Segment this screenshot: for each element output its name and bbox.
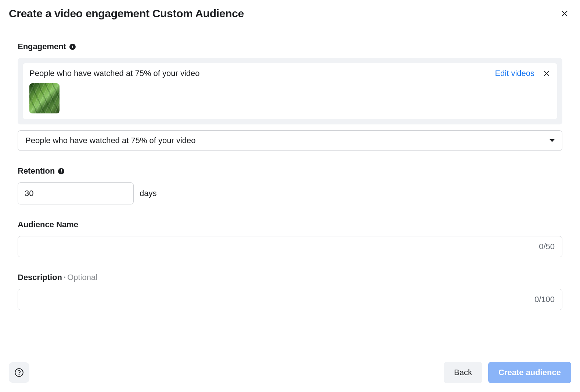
description-section: Description·Optional 0/100 bbox=[18, 273, 562, 310]
close-button[interactable] bbox=[559, 8, 570, 19]
description-label: Description·Optional bbox=[18, 273, 562, 282]
description-label-text: Description bbox=[18, 273, 62, 282]
video-thumbnail[interactable] bbox=[29, 83, 60, 113]
description-counter: 0/100 bbox=[534, 295, 555, 304]
retention-row: days bbox=[18, 182, 562, 204]
engagement-label-text: Engagement bbox=[18, 42, 66, 51]
description-input[interactable] bbox=[25, 295, 534, 304]
help-button[interactable] bbox=[9, 362, 29, 383]
create-audience-button[interactable]: Create audience bbox=[488, 362, 571, 383]
chevron-down-icon bbox=[550, 139, 555, 142]
audience-name-counter: 0/50 bbox=[539, 242, 555, 251]
audience-name-input[interactable] bbox=[25, 242, 539, 251]
edit-videos-link[interactable]: Edit videos bbox=[495, 69, 534, 78]
engagement-card: People who have watched at 75% of your v… bbox=[23, 63, 557, 119]
optional-label: Optional bbox=[67, 273, 97, 282]
engagement-type-dropdown[interactable]: People who have watched at 75% of your v… bbox=[18, 130, 562, 151]
audience-name-input-wrap: 0/50 bbox=[18, 236, 562, 257]
engagement-card-header: People who have watched at 75% of your v… bbox=[29, 69, 551, 78]
audience-name-section: Audience Name 0/50 bbox=[18, 220, 562, 257]
info-icon[interactable]: i bbox=[58, 168, 64, 174]
engagement-actions: Edit videos bbox=[495, 69, 551, 78]
remove-engagement-button[interactable] bbox=[543, 69, 551, 77]
modal-content: Engagement i People who have watched at … bbox=[0, 27, 580, 310]
svg-point-4 bbox=[15, 369, 23, 377]
retention-days-input[interactable] bbox=[18, 182, 134, 204]
engagement-container: People who have watched at 75% of your v… bbox=[18, 58, 562, 124]
description-input-wrap: 0/100 bbox=[18, 289, 562, 310]
info-icon[interactable]: i bbox=[69, 44, 76, 50]
retention-label-text: Retention bbox=[18, 166, 55, 176]
modal-header: Create a video engagement Custom Audienc… bbox=[0, 0, 580, 27]
retention-unit-label: days bbox=[140, 189, 156, 198]
page-title: Create a video engagement Custom Audienc… bbox=[9, 7, 244, 20]
help-icon bbox=[14, 368, 24, 377]
audience-name-label: Audience Name bbox=[18, 220, 562, 229]
close-icon bbox=[561, 10, 569, 18]
footer-actions: Back Create audience bbox=[444, 362, 571, 383]
separator-dot: · bbox=[64, 273, 66, 282]
modal-footer: Back Create audience bbox=[0, 353, 580, 392]
svg-point-5 bbox=[19, 374, 19, 375]
back-button[interactable]: Back bbox=[444, 362, 482, 383]
close-icon bbox=[543, 70, 550, 77]
dropdown-selected-value: People who have watched at 75% of your v… bbox=[25, 136, 196, 145]
engagement-criterion-text: People who have watched at 75% of your v… bbox=[29, 69, 200, 78]
engagement-section-label: Engagement i bbox=[18, 42, 562, 51]
retention-section-label: Retention i bbox=[18, 166, 562, 176]
